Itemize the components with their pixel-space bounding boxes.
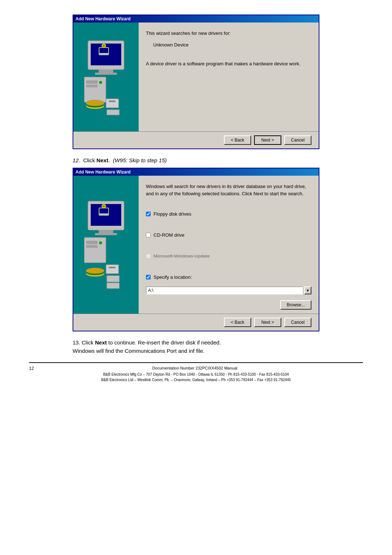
dialog2-body: Windows will search for new drivers in i… <box>73 176 319 314</box>
step13-text2: to continue. Re-insert the driver disk i… <box>107 339 221 346</box>
dialog2-cancel-button[interactable]: Cancel <box>284 318 311 327</box>
dialog2-location-input[interactable] <box>146 286 303 294</box>
dialog2-checkbox4-label: Specify a location: <box>154 274 192 280</box>
step13-bold: Next <box>95 339 107 346</box>
step13-line2: Windows will find the Communications Por… <box>73 348 205 354</box>
svg-rect-31 <box>107 276 119 282</box>
dialog2-checkbox1-floppy[interactable] <box>146 212 151 216</box>
footer-contact2: B&B Electronics Ltd – Westlink Comm. Pk.… <box>29 377 363 383</box>
svg-rect-13 <box>107 110 119 115</box>
svg-point-25 <box>99 241 102 244</box>
svg-rect-21 <box>95 233 117 235</box>
computer-icon2 <box>81 197 131 292</box>
svg-rect-2 <box>99 70 113 73</box>
computer-icon <box>81 37 131 117</box>
dialog2-checkbox3-winupdate <box>146 254 151 258</box>
dialog1-content: This wizard searches for new drivers for… <box>139 23 319 131</box>
dialog1-titlebar: Add New Hardware Wizard <box>73 15 319 23</box>
dialog2-checkbox3-label: Microsoft Windows Update <box>154 253 210 259</box>
dialog1-desc2: A device driver is a software program th… <box>146 60 311 68</box>
dialog2-browse-button[interactable]: Browse... <box>280 300 311 310</box>
dialog1-device: Unknown Device <box>153 42 311 48</box>
step12-prefix: Click <box>83 157 97 163</box>
svg-rect-12 <box>109 101 115 102</box>
dialog2-image <box>73 176 139 314</box>
dialog2-checkbox1-row: Floppy disk drives <box>146 211 311 217</box>
dialog2-browse-row: Browse... <box>146 300 311 310</box>
step12-bold: Next <box>97 157 109 163</box>
svg-rect-5 <box>86 81 97 83</box>
footer-contact1: B&B Electronics Mfg Co – 707 Dayton Rd -… <box>29 372 363 377</box>
dialog2-desc: Windows will search for new drivers in i… <box>146 183 311 197</box>
svg-rect-6 <box>86 85 97 87</box>
dialog2-checkbox1-label: Floppy disk drives <box>154 211 191 217</box>
dialog2-checkbox4-row: Specify a location: <box>146 274 311 280</box>
dialog2-checkbox2-cdrom[interactable] <box>146 233 151 237</box>
footer-page: 12 <box>29 366 34 371</box>
svg-rect-11 <box>106 99 119 108</box>
svg-rect-3 <box>95 73 117 75</box>
footer: 12 Documentation Number 232PCIXX4502 Man… <box>29 362 363 383</box>
dialog1-image <box>73 23 139 131</box>
step13-number: 13. <box>73 339 80 346</box>
svg-rect-29 <box>106 265 119 274</box>
dialog2-checkbox2-label: CD-ROM drive <box>154 232 184 238</box>
dialog1-back-button[interactable]: < Back <box>224 135 251 145</box>
step12-suffix: . (W95: Skip to step 15) <box>108 157 167 163</box>
svg-rect-30 <box>109 267 115 268</box>
footer-doc: Documentation Number 232PCIXX4502 Manual <box>152 366 237 370</box>
svg-rect-34 <box>99 208 108 213</box>
svg-rect-20 <box>99 230 113 233</box>
dialog1-desc1: This wizard searches for new drivers for… <box>146 30 311 37</box>
dialog2-title: Add New Hardware Wizard <box>75 170 131 175</box>
dialog2-location-row: ▼ <box>146 286 311 294</box>
step13-text: Click <box>80 339 95 346</box>
dialog2-content: Windows will search for new drivers in i… <box>139 176 319 314</box>
step13-label: 13. Click Next to continue. Re-insert th… <box>73 339 319 355</box>
dialog2-checkbox2-row: CD-ROM drive <box>146 232 311 238</box>
svg-rect-15 <box>99 48 108 53</box>
dialog2-next-button[interactable]: Next > <box>254 318 281 327</box>
dialog2-checkbox3-row: Microsoft Windows Update <box>146 253 311 259</box>
dialog1-next-button[interactable]: Next > <box>254 135 281 145</box>
dialog2: Add New Hardware Wizard <box>73 168 319 331</box>
svg-point-28 <box>86 268 104 274</box>
dialog2-titlebar: Add New Hardware Wizard <box>73 168 319 176</box>
svg-point-17 <box>103 45 105 47</box>
dialog2-back-button[interactable]: < Back <box>224 318 251 327</box>
svg-point-10 <box>86 100 104 106</box>
dialog1-title: Add New Hardware Wizard <box>75 16 131 21</box>
dialog2-location-dropdown[interactable]: ▼ <box>304 286 311 294</box>
step12-label: 12. Click Next. (W95: Skip to step 15) <box>73 156 319 164</box>
dialog1-cancel-button[interactable]: Cancel <box>284 135 311 145</box>
dialog2-footer: < Back Next > Cancel <box>73 314 319 331</box>
svg-rect-23 <box>86 241 97 244</box>
dialog1-footer: < Back Next > Cancel <box>73 131 319 148</box>
svg-point-36 <box>103 205 105 207</box>
dialog1-body: This wizard searches for new drivers for… <box>73 23 319 131</box>
dialog1: Add New Hardware Wizard <box>73 15 319 149</box>
svg-rect-24 <box>86 245 97 248</box>
svg-rect-32 <box>107 283 119 289</box>
dialog2-checkbox4-location[interactable] <box>146 275 151 279</box>
svg-point-7 <box>99 81 102 84</box>
